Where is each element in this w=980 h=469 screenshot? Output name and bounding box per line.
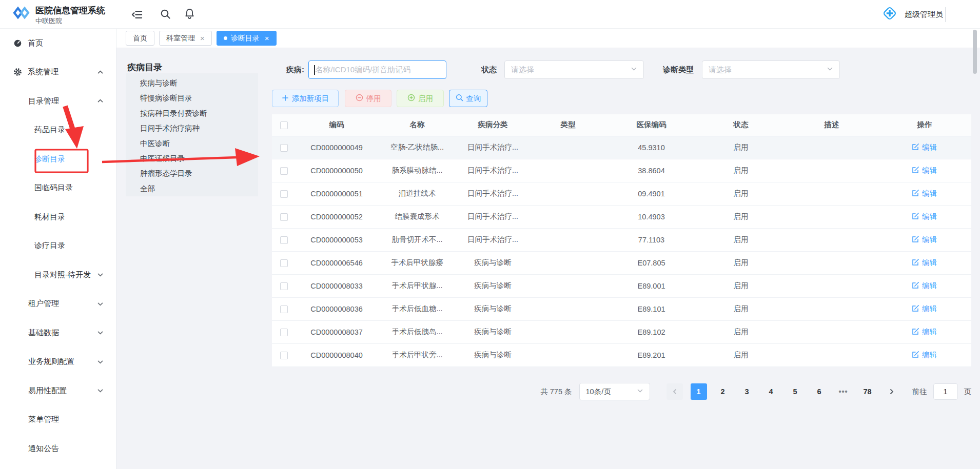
catalog-item-all[interactable]: 全部 [140, 181, 258, 196]
sidebar-item-notice[interactable]: 通知公告 [0, 434, 116, 463]
page-button-6[interactable]: 6 [811, 383, 828, 400]
page-button-1[interactable]: 1 [691, 383, 707, 400]
cell-status: 启用 [696, 251, 786, 274]
vertical-scrollbar[interactable] [973, 30, 977, 74]
sidebar-item-consumable-catalog[interactable]: 耗材目录 [0, 202, 116, 232]
next-page-button[interactable] [884, 383, 900, 400]
catalog-item-tcm-diagnosis[interactable]: 中医诊断 [140, 136, 258, 151]
notification-bell-icon[interactable] [185, 8, 194, 22]
sidebar-item-national-code-catalog[interactable]: 国临码目录 [0, 174, 116, 203]
edit-icon [912, 351, 919, 360]
collapse-sidebar-icon[interactable] [131, 10, 143, 22]
sidebar-item-tenant-management[interactable]: 租户管理 [0, 290, 116, 319]
sidebar-item-catalog-mapping[interactable]: 目录对照-待开发 [0, 260, 116, 290]
cell-insurance-code: E89.101 [607, 297, 696, 320]
edit-button[interactable]: 编辑 [912, 350, 937, 360]
sidebar-item-label: 目录管理 [28, 96, 59, 106]
cell-status: 启用 [696, 228, 786, 251]
column-header: 状态 [696, 114, 786, 136]
page-button-5[interactable]: 5 [787, 383, 803, 400]
cell-action: 编辑 [877, 136, 971, 159]
edit-button[interactable]: 编辑 [912, 258, 937, 268]
page-size-select[interactable]: 10条/页 [579, 383, 650, 400]
sidebar-item-system-management[interactable]: 系统管理 [0, 58, 116, 87]
row-checkbox[interactable] [280, 167, 288, 175]
page-button-78[interactable]: 78 [859, 383, 876, 400]
sidebar-item-menu-management[interactable]: 菜单管理 [0, 405, 116, 435]
edit-label: 编辑 [922, 350, 937, 360]
catalog-item-per-disease-payment[interactable]: 按病种目录付费诊断 [140, 106, 258, 121]
edit-button[interactable]: 编辑 [912, 304, 937, 314]
top-header: 医院信息管理系统 中联医院 超级管理员 [0, 0, 980, 29]
goto-page-input[interactable] [933, 383, 958, 400]
edit-button[interactable]: 编辑 [912, 281, 937, 291]
sidebar-item-drug-catalog[interactable]: 药品目录 [0, 116, 116, 145]
row-checkbox[interactable] [280, 305, 288, 313]
sidebar-item-catalog-management[interactable]: 目录管理 [0, 87, 116, 116]
prev-page-button[interactable] [667, 383, 683, 400]
row-checkbox[interactable] [280, 144, 288, 152]
edit-button[interactable]: 编辑 [912, 189, 937, 198]
sidebar-item-diagnosis-catalog[interactable]: 诊断目录 [0, 145, 116, 174]
close-icon[interactable]: × [200, 34, 205, 42]
cell-insurance-code: 45.9310 [607, 136, 696, 159]
sidebar-item-label: 药品目录 [34, 125, 65, 135]
sidebar-item-label: 菜单管理 [28, 415, 59, 424]
column-header: 医保编码 [607, 114, 696, 136]
cell-action: 编辑 [877, 297, 971, 320]
cell-status: 启用 [696, 159, 786, 182]
edit-button[interactable]: 编辑 [912, 142, 937, 152]
add-item-button[interactable]: 添加新项目 [272, 90, 339, 107]
row-checkbox[interactable] [280, 282, 288, 290]
catalog-item-special-chronic[interactable]: 特慢病诊断目录 [140, 91, 258, 106]
search-icon [456, 94, 463, 103]
enable-label: 启用 [418, 94, 433, 104]
diagnosis-type-select[interactable]: 请选择 [702, 60, 840, 79]
row-checkbox[interactable] [280, 329, 288, 336]
row-checkbox[interactable] [280, 352, 288, 359]
edit-button[interactable]: 编辑 [912, 235, 937, 244]
edit-button[interactable]: 编辑 [912, 327, 937, 337]
enable-button[interactable]: 启用 [397, 90, 444, 107]
sidebar-item-label: 首页 [28, 38, 43, 48]
checkbox-cell [272, 343, 296, 366]
catalog-item-day-surgery[interactable]: 日间手术治疗病种 [140, 121, 258, 136]
sidebar-item-basic-data[interactable]: 基础数据 [0, 318, 116, 348]
row-checkbox[interactable] [280, 236, 288, 244]
sidebar-item-business-rules[interactable]: 业务规则配置 [0, 348, 116, 377]
tab-home[interactable]: 首页 [126, 31, 154, 46]
pagination-ellipsis[interactable]: ••• [835, 383, 852, 400]
catalog-item-tumor-morphology[interactable]: 肿瘤形态学目录 [140, 166, 258, 181]
tab-department-management[interactable]: 科室管理× [159, 31, 212, 46]
tab-diagnosis-catalog[interactable]: 诊断目录× [217, 31, 277, 46]
edit-button[interactable]: 编辑 [912, 166, 937, 175]
close-icon[interactable]: × [265, 34, 269, 42]
select-all-checkbox[interactable] [280, 121, 288, 129]
catalog-item-tcm-syndrome[interactable]: 中医证候目录 [140, 151, 258, 166]
cell-insurance-code: E89.102 [607, 320, 696, 343]
cell-desc [786, 228, 877, 251]
header-divider [945, 7, 946, 22]
catalog-item-disease-diagnosis[interactable]: 疾病与诊断 [140, 76, 258, 91]
sidebar-item-treatment-catalog[interactable]: 诊疗目录 [0, 232, 116, 261]
user-menu[interactable]: 超级管理员 [881, 0, 943, 29]
page-button-4[interactable]: 4 [763, 383, 779, 400]
cell-code: CD0000008037 [296, 320, 378, 343]
cell-code: CD0000008036 [296, 297, 378, 320]
status-select[interactable]: 请选择 [504, 60, 644, 79]
edit-button[interactable]: 编辑 [912, 212, 937, 221]
page-button-3[interactable]: 3 [739, 383, 755, 400]
search-icon[interactable] [160, 9, 171, 22]
query-button[interactable]: 查询 [449, 90, 487, 107]
sidebar: 首页系统管理目录管理药品目录诊断目录国临码目录耗材目录诊疗目录目录对照-待开发租… [0, 29, 116, 469]
row-checkbox[interactable] [280, 190, 288, 198]
sidebar-item-home[interactable]: 首页 [0, 29, 116, 58]
disable-button[interactable]: 停用 [345, 90, 391, 107]
edit-icon [912, 166, 919, 175]
row-checkbox[interactable] [280, 213, 288, 221]
disease-search-input[interactable]: 名称/ICD10编码/拼音助记码 [308, 60, 446, 79]
row-checkbox[interactable] [280, 259, 288, 267]
cell-action: 编辑 [877, 343, 971, 366]
sidebar-item-usability-config[interactable]: 易用性配置 [0, 376, 116, 405]
page-button-2[interactable]: 2 [715, 383, 731, 400]
